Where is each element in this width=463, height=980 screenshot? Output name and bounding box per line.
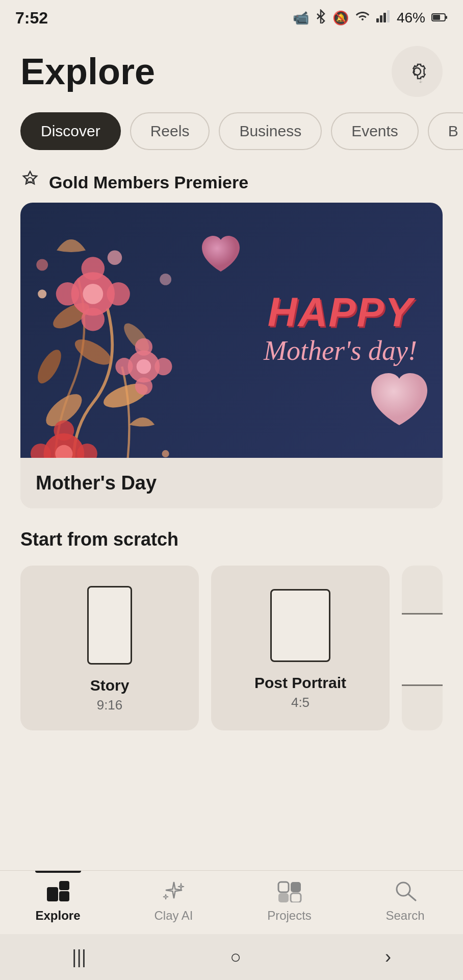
gold-star-icon xyxy=(20,170,40,194)
svg-rect-39 xyxy=(59,891,69,901)
svg-point-9 xyxy=(71,334,115,370)
post-portrait-format-name: Post Portrait xyxy=(254,674,346,692)
heart-decoration-2 xyxy=(366,369,432,437)
post-portrait-format-ratio: 4:5 xyxy=(291,695,310,710)
svg-rect-43 xyxy=(291,893,301,902)
svg-point-33 xyxy=(36,259,48,271)
happy-text: HAPPY xyxy=(264,292,417,333)
svg-rect-2 xyxy=(383,13,386,22)
battery-percentage: 46% xyxy=(397,10,425,26)
svg-rect-6 xyxy=(446,16,447,19)
tab-discover[interactable]: Discover xyxy=(20,112,121,150)
tabs-container: Discover Reels Business Events B xyxy=(0,107,463,160)
featured-label: Mother's Day xyxy=(20,458,443,508)
svg-rect-3 xyxy=(387,10,390,22)
tab-b[interactable]: B xyxy=(428,112,463,150)
svg-rect-1 xyxy=(380,15,382,22)
featured-text-overlay: HAPPY Mother's day! xyxy=(264,292,417,369)
svg-point-18 xyxy=(107,282,130,306)
bottom-nav: Explore Clay AI Projects xyxy=(0,870,463,934)
svg-point-27 xyxy=(54,420,74,440)
svg-point-16 xyxy=(82,308,105,331)
wifi-icon xyxy=(355,10,370,26)
svg-rect-40 xyxy=(278,882,289,892)
system-nav-bar: ||| ○ ‹ xyxy=(0,934,463,980)
svg-point-15 xyxy=(82,257,105,280)
featured-image: HAPPY Mother's day! xyxy=(20,203,443,458)
nav-label-explore: Explore xyxy=(35,909,80,923)
scratch-title: Start from scratch xyxy=(20,529,443,550)
search-icon xyxy=(393,880,418,904)
svg-rect-42 xyxy=(278,893,289,902)
sys-nav-home-button[interactable]: ○ xyxy=(230,946,241,968)
svg-rect-0 xyxy=(376,18,379,22)
svg-rect-5 xyxy=(433,15,440,20)
settings-button[interactable] xyxy=(392,46,443,97)
svg-point-11 xyxy=(33,346,66,387)
camera-icon: 📹 xyxy=(293,10,309,26)
featured-label-text: Mother's Day xyxy=(36,472,157,494)
svg-point-21 xyxy=(135,338,152,356)
signal-icon xyxy=(376,10,391,26)
battery-icon xyxy=(431,10,448,26)
bluetooth-icon xyxy=(315,9,326,27)
svg-point-34 xyxy=(160,274,171,285)
scratch-card-story[interactable]: Story 9:16 xyxy=(20,566,199,730)
svg-point-19 xyxy=(83,284,103,304)
tab-events[interactable]: Events xyxy=(331,112,419,150)
svg-point-17 xyxy=(56,282,80,306)
gold-members-title: Gold Members Premiere xyxy=(49,173,248,192)
sparkle-icon xyxy=(162,880,186,904)
mothers-day-text: Mother's day! xyxy=(264,333,417,369)
svg-point-25 xyxy=(137,359,151,374)
svg-rect-37 xyxy=(47,887,58,901)
status-time: 7:52 xyxy=(15,9,48,28)
story-format-icon xyxy=(87,586,132,665)
scratch-grid: Story 9:16 Post Portrait 4:5 xyxy=(20,566,443,730)
status-bar: 7:52 📹 🔕 46% xyxy=(0,0,463,36)
tab-business[interactable]: Business xyxy=(219,112,322,150)
explore-icon xyxy=(46,880,70,904)
svg-point-22 xyxy=(135,378,152,395)
tab-reels[interactable]: Reels xyxy=(130,112,210,150)
nav-item-projects[interactable]: Projects xyxy=(232,880,347,923)
mute-icon: 🔕 xyxy=(332,10,349,26)
svg-point-23 xyxy=(115,358,133,375)
featured-card[interactable]: HAPPY Mother's day! Mother's Day xyxy=(20,203,443,508)
nav-label-search: Search xyxy=(385,909,424,923)
nav-item-clay-ai[interactable]: Clay AI xyxy=(116,880,232,923)
story-format-ratio: 9:16 xyxy=(97,697,123,713)
svg-point-35 xyxy=(38,289,46,298)
sys-nav-back-button[interactable]: ‹ xyxy=(385,946,391,968)
heart-decoration-1 xyxy=(198,233,244,281)
sys-nav-menu-button[interactable]: ||| xyxy=(72,946,86,968)
nav-label-clay-ai: Clay AI xyxy=(154,909,193,923)
scratch-card-post-portrait[interactable]: Post Portrait 4:5 xyxy=(211,566,390,730)
svg-point-36 xyxy=(162,450,169,457)
page-title: Explore xyxy=(20,51,155,92)
scratch-card-more[interactable] xyxy=(402,566,443,730)
status-icons: 📹 🔕 46% xyxy=(293,9,448,27)
cursor-icon xyxy=(415,78,430,93)
header: Explore xyxy=(0,36,463,107)
svg-rect-38 xyxy=(59,881,69,890)
post-portrait-format-icon xyxy=(270,589,330,662)
gold-members-section-header: Gold Members Premiere xyxy=(0,160,463,203)
story-format-name: Story xyxy=(90,677,130,694)
svg-rect-41 xyxy=(291,882,301,892)
svg-point-32 xyxy=(108,250,122,264)
nav-label-projects: Projects xyxy=(267,909,312,923)
scratch-section: Start from scratch Story 9:16 Post Portr… xyxy=(0,508,463,741)
svg-point-24 xyxy=(155,358,172,375)
nav-item-explore[interactable]: Explore xyxy=(0,880,116,923)
projects-icon xyxy=(277,880,302,904)
nav-item-search[interactable]: Search xyxy=(347,880,463,923)
